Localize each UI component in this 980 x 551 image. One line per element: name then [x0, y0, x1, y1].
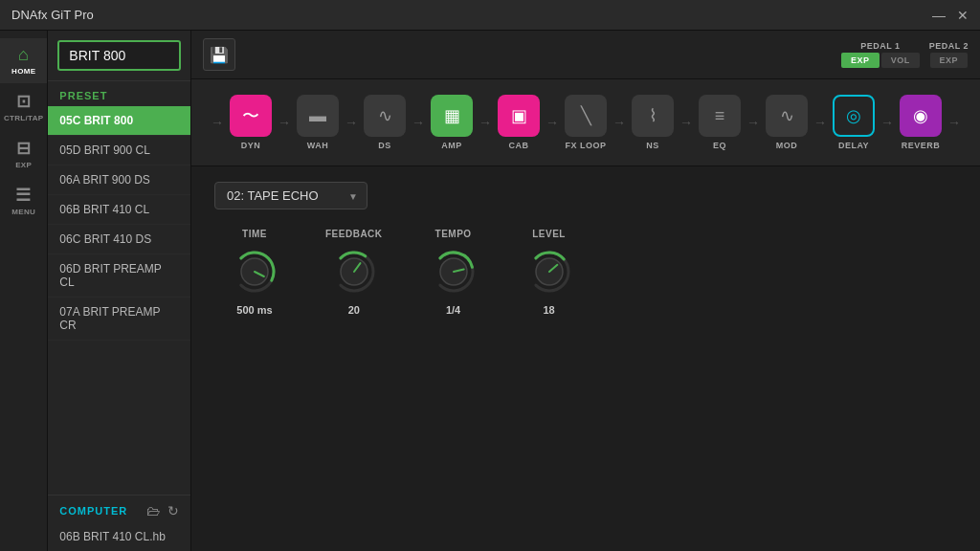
knob-group-feedback: FEEDBACK 20 [325, 229, 383, 316]
computer-label: COMPUTER [59, 505, 127, 517]
knob-label-feedback: FEEDBACK [325, 229, 383, 239]
preset-item[interactable]: 05C BRIT 800 [48, 106, 190, 136]
fx-arrow: → [746, 115, 760, 130]
fx-icon-fx-loop: ╲ [565, 95, 607, 137]
knob-value-tempo: 1/4 [446, 304, 460, 316]
preset-item[interactable]: 05D BRIT 900 CL [48, 136, 190, 165]
ctrl-tap-label: CTRL/TAP [4, 114, 43, 122]
fx-block-fx-loop[interactable]: ╲FX LOOP [565, 95, 607, 150]
close-button[interactable]: ✕ [957, 9, 969, 22]
fx-arrow: → [880, 115, 894, 130]
fx-arrow: → [412, 115, 425, 130]
knob-label-tempo: TEMPO [435, 229, 472, 239]
fx-arrow: → [345, 115, 358, 130]
fx-block-amp[interactable]: ▦AMP [431, 95, 473, 150]
fx-icon-delay: ◎ [833, 95, 875, 137]
minimize-button[interactable]: — [932, 9, 946, 22]
fx-block-reverb[interactable]: ◉REVERB [900, 95, 942, 150]
exp-icon: ⊟ [16, 140, 32, 157]
fx-block-dyn[interactable]: 〜DYN [230, 95, 272, 150]
knob-value-feedback: 20 [348, 304, 360, 316]
knob-group-level: LEVEL 18 [524, 229, 574, 316]
preset-header-label: PRESET [59, 90, 107, 101]
knob-level[interactable] [524, 247, 574, 297]
effect-select[interactable]: 01: DIGITAL DELAY02: TAPE ECHO03: ANALOG… [214, 182, 368, 209]
fx-label-ds: DS [378, 141, 391, 150]
menu-icon: ☰ [15, 187, 32, 204]
preset-item[interactable]: 06B BRIT 410 CL [48, 195, 190, 225]
fx-icon-reverb: ◉ [900, 95, 942, 137]
sidebar-item-home[interactable]: ⌂ HOME [0, 38, 47, 83]
knob-feedback[interactable] [329, 247, 379, 297]
pedal1-buttons: EXP VOL [841, 53, 920, 68]
fx-arrow: → [813, 115, 827, 130]
fx-block-eq[interactable]: ≡EQ [699, 95, 741, 150]
pedal1-vol-button[interactable]: VOL [881, 53, 920, 68]
knob-time[interactable] [230, 247, 279, 297]
knob-value-time: 500 ms [236, 304, 272, 316]
fx-block-ns[interactable]: ⌇NS [632, 95, 674, 150]
fx-icon-mod: ∿ [766, 95, 808, 137]
fx-block-ds[interactable]: ∿DS [364, 95, 406, 150]
sidebar-item-exp[interactable]: ⊟ EXP [0, 132, 47, 177]
exp-label: EXP [15, 161, 32, 169]
knob-label-level: LEVEL [532, 229, 566, 239]
fx-arrow: → [479, 115, 492, 130]
refresh-button[interactable]: ↻ [167, 503, 179, 518]
sidebar-item-ctrl-tap[interactable]: ⊡ CTRL/TAP [0, 85, 47, 130]
effect-selector: 01: DIGITAL DELAY02: TAPE ECHO03: ANALOG… [214, 182, 957, 209]
fx-label-delay: DELAY [838, 141, 869, 150]
main-layout: ⌂ HOME ⊡ CTRL/TAP ⊟ EXP ☰ MENU PRESET 05… [0, 31, 980, 551]
pedal2-group: PEDAL 2 EXP [929, 41, 969, 68]
fx-label-fx-loop: FX LOOP [565, 141, 606, 150]
fx-icon-ns: ⌇ [632, 95, 674, 137]
title-bar: DNAfx GiT Pro — ✕ [0, 0, 980, 31]
fx-label-reverb: REVERB [902, 141, 941, 150]
preset-list: 05C BRIT 80005D BRIT 900 CL06A BRIT 900 … [48, 106, 190, 495]
fx-block-wah[interactable]: ▬WAH [297, 95, 339, 150]
sidebar-item-menu[interactable]: ☰ MENU [0, 179, 47, 224]
ctrl-tap-icon: ⊡ [16, 93, 32, 110]
fx-icon-ds: ∿ [364, 95, 406, 137]
computer-file-item[interactable]: 06B BRIT 410 CL.hb [48, 522, 190, 551]
effect-detail: 01: DIGITAL DELAY02: TAPE ECHO03: ANALOG… [191, 166, 980, 551]
fx-block-mod[interactable]: ∿MOD [766, 95, 808, 150]
knob-tempo[interactable] [429, 247, 479, 297]
save-icon: 💾 [210, 46, 229, 64]
save-button[interactable]: 💾 [203, 38, 235, 71]
fx-block-delay[interactable]: ◎DELAY [833, 95, 875, 150]
pedal-controls: PEDAL 1 EXP VOL PEDAL 2 EXP [841, 41, 969, 68]
preset-item[interactable]: 06C BRIT 410 DS [48, 225, 190, 254]
pedal2-exp-button[interactable]: EXP [930, 53, 969, 68]
top-bar: 💾 PEDAL 1 EXP VOL PEDAL 2 EXP [191, 31, 980, 79]
effect-select-wrapper: 01: DIGITAL DELAY02: TAPE ECHO03: ANALOG… [214, 182, 368, 209]
pedal1-exp-button[interactable]: EXP [841, 53, 880, 68]
preset-item[interactable]: 06A BRIT 900 DS [48, 165, 190, 195]
preset-search-area [48, 31, 190, 81]
fx-block-cab[interactable]: ▣CAB [498, 95, 540, 150]
knob-label-time: TIME [242, 229, 267, 239]
preset-item[interactable]: 06D BRIT PREAMP CL [48, 254, 190, 298]
pedal2-buttons: EXP [930, 53, 969, 68]
home-icon: ⌂ [18, 46, 29, 63]
knob-value-level: 18 [543, 304, 554, 316]
preset-search-input[interactable] [57, 40, 181, 71]
preset-item[interactable]: 07A BRIT PREAMP CR [48, 298, 190, 341]
fx-arrow: → [679, 115, 693, 130]
fx-label-cab: CAB [509, 141, 529, 150]
computer-header: COMPUTER 🗁 ↻ [48, 495, 190, 522]
folder-button[interactable]: 🗁 [146, 503, 160, 518]
knobs-row: TIME 500 msFEEDBACK 20TEMPO [214, 229, 957, 316]
window-controls: — ✕ [932, 9, 969, 22]
pedal1-label: PEDAL 1 [860, 41, 900, 51]
fx-arrow: → [278, 115, 291, 130]
fx-icon-wah: ▬ [297, 95, 339, 137]
fx-label-wah: WAH [307, 141, 329, 150]
pedal1-group: PEDAL 1 EXP VOL [841, 41, 920, 68]
knob-group-tempo: TEMPO 1/4 [429, 229, 479, 316]
fx-label-ns: NS [646, 141, 659, 150]
computer-icon-group: 🗁 ↻ [146, 503, 179, 518]
fx-arrow: → [546, 115, 559, 130]
fx-label-mod: MOD [776, 141, 798, 150]
fx-arrow-left: → [211, 115, 224, 130]
